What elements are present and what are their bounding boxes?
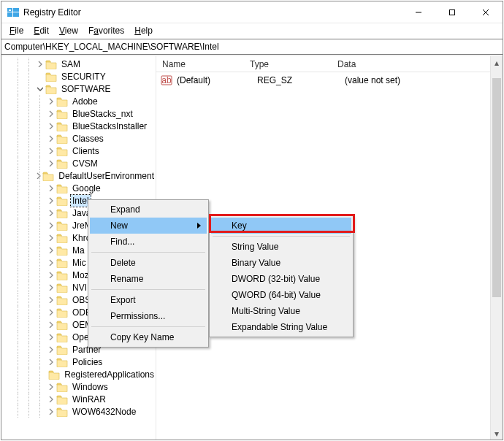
folder-icon	[56, 258, 68, 268]
col-type[interactable]: Type	[244, 59, 332, 69]
context-menu-new[interactable]: KeyString ValueBinary ValueDWORD (32-bit…	[209, 215, 354, 337]
expand-icon[interactable]	[45, 318, 56, 331]
collapse-icon[interactable]	[34, 83, 45, 95]
expand-icon[interactable]	[45, 256, 56, 269]
string-value-icon: ab	[161, 74, 172, 86]
folder-icon	[56, 146, 68, 156]
folder-icon	[56, 357, 68, 367]
tree-node-label: CVSM	[71, 158, 99, 169]
value-name: (Default)	[175, 75, 256, 85]
tree-node-label: Windows	[71, 381, 110, 393]
tree-node-defaultuserenvironment[interactable]: DefaultUserEnvironment	[1, 169, 156, 182]
expand-icon[interactable]	[45, 244, 56, 256]
folder-icon	[56, 283, 68, 293]
ctx-new-key[interactable]: Key	[211, 218, 351, 234]
folder-icon	[42, 171, 54, 181]
expand-icon[interactable]	[45, 306, 56, 318]
tree-node-registeredapplications[interactable]: RegisteredApplications	[1, 368, 156, 380]
tree-node-policies[interactable]: Policies	[1, 356, 156, 368]
expand-icon[interactable]	[45, 380, 56, 393]
menu-view[interactable]: View	[54, 25, 83, 37]
tree-node-classes[interactable]: Classes	[1, 132, 156, 145]
address-bar	[1, 39, 503, 55]
expand-icon[interactable]	[45, 132, 56, 145]
tree-node-label: Ma	[71, 245, 86, 256]
maximize-button[interactable]	[435, 1, 469, 23]
folder-icon	[56, 332, 68, 342]
expand-icon[interactable]	[45, 356, 56, 368]
expand-icon[interactable]	[45, 120, 56, 132]
ctx-new-qword-64-bit-value[interactable]: QWORD (64-bit) Value	[211, 287, 351, 303]
expand-icon[interactable]	[45, 107, 56, 120]
tree-node-wow6432node[interactable]: WOW6432Node	[1, 405, 156, 418]
expand-icon[interactable]	[45, 281, 56, 294]
expand-icon[interactable]	[45, 182, 56, 194]
svg-rect-1	[13, 8, 19, 12]
tree-node-cvsm[interactable]: CVSM	[1, 157, 156, 169]
expand-icon[interactable]	[45, 405, 56, 418]
svg-rect-2	[7, 12, 12, 17]
expand-icon[interactable]	[45, 207, 56, 219]
titlebar: Registry Editor	[1, 1, 503, 23]
menubar: FileEditViewFavoritesHelp	[1, 23, 503, 38]
ctx-find[interactable]: Find...	[90, 234, 207, 250]
minimize-button[interactable]	[402, 1, 435, 23]
ctx-new-expandable-string-value[interactable]: Expandable String Value	[211, 319, 351, 335]
expand-icon[interactable]	[45, 231, 56, 244]
ctx-rename[interactable]: Rename	[90, 271, 207, 287]
ctx-new-multi-string-value[interactable]: Multi-String Value	[211, 303, 351, 319]
folder-icon	[45, 72, 57, 82]
ctx-new-binary-value[interactable]: Binary Value	[211, 255, 351, 271]
col-data[interactable]: Data	[332, 59, 503, 69]
expand-icon[interactable]	[34, 58, 45, 70]
expand-icon[interactable]	[45, 393, 56, 405]
expand-icon[interactable]	[45, 157, 56, 169]
expand-icon[interactable]	[45, 95, 56, 107]
menu-favorites[interactable]: Favorites	[83, 25, 129, 37]
tree-node-sam[interactable]: SAM	[1, 58, 156, 70]
separator	[91, 289, 205, 290]
folder-icon	[56, 134, 68, 144]
context-menu-node[interactable]: ExpandNewFind...DeleteRenameExportPermis…	[88, 199, 209, 348]
tree-node-windows[interactable]: Windows	[1, 380, 156, 393]
expand-icon[interactable]	[34, 169, 42, 182]
value-row[interactable]: ab(Default)REG_SZ(value not set)	[156, 74, 503, 87]
tree-node-winrar[interactable]: WinRAR	[1, 393, 156, 405]
expand-icon[interactable]	[45, 194, 56, 207]
ctx-expand[interactable]: Expand	[90, 202, 207, 218]
scroll-up-button[interactable]: ▴	[491, 56, 503, 69]
expand-icon[interactable]	[45, 294, 56, 306]
tree-node-label: Clients	[71, 145, 101, 157]
menu-edit[interactable]: Edit	[28, 25, 54, 37]
tree-node-software[interactable]: SOFTWARE	[1, 83, 156, 95]
vertical-scrollbar[interactable]: ▴ ▾	[490, 56, 503, 440]
expand-icon[interactable]	[45, 219, 56, 231]
expand-icon[interactable]	[45, 331, 56, 343]
column-headers: Name Type Data	[156, 56, 503, 72]
ctx-export[interactable]: Export	[90, 292, 207, 308]
tree-node-bluestacksinstaller[interactable]: BlueStacksInstaller	[1, 120, 156, 132]
tree-node-clients[interactable]: Clients	[1, 145, 156, 157]
address-input[interactable]	[4, 42, 500, 52]
expand-icon[interactable]	[45, 343, 56, 356]
col-name[interactable]: Name	[156, 59, 244, 69]
tree-node-google[interactable]: Google	[1, 182, 156, 194]
ctx-new-dword-32-bit-value[interactable]: DWORD (32-bit) Value	[211, 271, 351, 287]
expand-icon[interactable]	[45, 269, 56, 281]
scroll-thumb[interactable]	[492, 78, 501, 297]
expand-icon[interactable]	[45, 145, 56, 157]
folder-icon	[56, 295, 68, 305]
ctx-new[interactable]: New	[90, 218, 207, 234]
tree-node-adobe[interactable]: Adobe	[1, 95, 156, 107]
scroll-down-button[interactable]: ▾	[491, 427, 503, 440]
folder-icon	[56, 320, 68, 330]
close-button[interactable]	[469, 1, 503, 23]
tree-node-bluestacks-nxt[interactable]: BlueStacks_nxt	[1, 107, 156, 120]
tree-node-security[interactable]: SECURITY	[1, 70, 156, 83]
ctx-copy-key-name[interactable]: Copy Key Name	[90, 329, 207, 345]
menu-file[interactable]: File	[4, 25, 28, 37]
menu-help[interactable]: Help	[129, 25, 158, 37]
ctx-delete[interactable]: Delete	[90, 255, 207, 271]
ctx-permissions[interactable]: Permissions...	[90, 308, 207, 324]
ctx-new-string-value[interactable]: String Value	[211, 239, 351, 255]
